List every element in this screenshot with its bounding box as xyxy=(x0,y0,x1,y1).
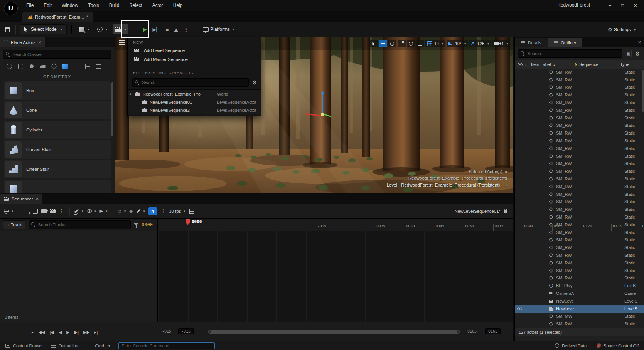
pin-column-icon[interactable]: ↓ xyxy=(525,62,531,66)
fps-dropdown[interactable]: 30 fps xyxy=(169,209,185,214)
outliner-row[interactable]: SM_RW Static xyxy=(515,122,644,130)
content-drawer-button[interactable]: Content Drawer xyxy=(5,343,43,348)
outliner-search-input[interactable] xyxy=(518,49,622,58)
outliner-row[interactable]: SM_RW Static xyxy=(515,213,644,221)
close-icon[interactable] xyxy=(634,2,637,8)
place-actors-tab[interactable]: Place Actors xyxy=(0,37,45,47)
misc-category-icon[interactable] xyxy=(94,62,103,71)
outliner-row[interactable]: SM_RW Static xyxy=(515,198,644,206)
cinematic-search-input[interactable] xyxy=(132,78,249,87)
tab-outliner[interactable]: Outliner xyxy=(548,38,582,47)
outliner-row[interactable]: SM_RW Static xyxy=(515,190,644,198)
keyframe-options-dropdown[interactable] xyxy=(118,209,126,214)
scale-snap-control[interactable]: ↗ 0.25 xyxy=(469,40,491,47)
splitter-handle[interactable] xyxy=(157,219,158,322)
view-options-dropdown[interactable] xyxy=(87,209,96,213)
visibility-eye-icon[interactable] xyxy=(517,307,522,310)
expander-caret-icon[interactable] xyxy=(130,92,131,96)
create-camera-icon[interactable] xyxy=(41,209,47,213)
gizmo-y-axis[interactable] xyxy=(324,114,331,117)
select-tool-icon[interactable] xyxy=(370,40,378,47)
step-forward-button[interactable]: ▶| xyxy=(73,329,80,336)
placeable-item-partial[interactable] xyxy=(4,180,111,193)
asset-tab[interactable]: RedwoodForest_Exam... * xyxy=(22,12,93,22)
browse-sequence-icon[interactable] xyxy=(33,209,38,214)
outliner-row[interactable]: NewLeve LevelS xyxy=(515,297,644,305)
transform-gizmo[interactable] xyxy=(310,93,337,120)
outliner-row[interactable]: SM_RW Static xyxy=(515,251,644,259)
outliner-row[interactable]: SM_RW Static xyxy=(515,99,644,106)
menu-item[interactable]: Build xyxy=(109,3,120,8)
menu-item[interactable]: File xyxy=(26,3,34,8)
sequence-column[interactable]: Sequence xyxy=(575,62,620,67)
auto-key-toggle[interactable] xyxy=(129,209,133,214)
menu-item[interactable]: Add Level Sequence xyxy=(128,46,261,55)
placeable-item[interactable]: Cone xyxy=(4,101,111,119)
tab-details[interactable]: Details xyxy=(515,38,548,47)
play-forward-button[interactable]: ▶ xyxy=(65,329,71,336)
working-range-end-field[interactable]: 0165 xyxy=(485,328,501,334)
outliner-row[interactable]: SM_RW_ Static xyxy=(515,320,644,328)
placeable-item[interactable]: Curved Stair xyxy=(4,140,111,159)
snap-options-kebab-icon[interactable] xyxy=(160,208,165,214)
outliner-row[interactable]: SM_RW Static xyxy=(515,221,644,229)
placeable-item[interactable]: Linear Stair xyxy=(4,160,111,178)
outliner-row[interactable]: SM_RW Static xyxy=(515,106,644,114)
menu-item[interactable]: Actor xyxy=(152,3,163,8)
jump-to-start-button[interactable]: ◀◀ xyxy=(37,329,47,336)
menu-item[interactable]: Window xyxy=(62,3,78,8)
browse-icon[interactable]: ▣ xyxy=(625,50,632,57)
item-label-column[interactable]: Item Label xyxy=(531,62,575,67)
actions-dropdown[interactable] xyxy=(74,209,84,213)
shapes-category-icon[interactable] xyxy=(61,62,70,71)
quick-add-button[interactable] xyxy=(76,24,92,34)
cinematic-tree-row[interactable]: NewLevelSequence01 LevelSequenceActor xyxy=(128,98,261,106)
play-options-kebab-icon[interactable] xyxy=(181,27,191,32)
scale-tool-icon[interactable] xyxy=(398,40,406,47)
go-to-end-button[interactable]: ▸| xyxy=(93,329,99,336)
save-icon[interactable] xyxy=(5,27,10,32)
current-level-indicator[interactable]: Level RedwoodForest_Example_Procedural (… xyxy=(387,182,507,189)
rotate-tool-icon[interactable] xyxy=(388,40,396,47)
rotation-snap-control[interactable]: 10° xyxy=(447,40,468,47)
cinematic-tree-row[interactable]: RedwoodForest_Example_Pro World xyxy=(128,90,261,98)
platforms-dropdown[interactable]: Platforms xyxy=(201,24,237,34)
viewport-options-icon[interactable] xyxy=(119,40,125,45)
outliner-settings-icon[interactable] xyxy=(634,50,641,57)
outliner-row[interactable]: SM_RW Static xyxy=(515,229,644,236)
outliner-row[interactable]: SM_RW Static xyxy=(515,152,644,160)
visual-effects-category-icon[interactable] xyxy=(49,62,59,71)
blueprints-button[interactable] xyxy=(95,24,110,34)
gear-icon[interactable] xyxy=(252,79,257,86)
sequencer-tab[interactable]: Sequencer xyxy=(0,194,42,204)
close-panel-icon[interactable] xyxy=(638,39,641,45)
source-control-button[interactable]: Source Control Off xyxy=(597,343,639,348)
timeline-area[interactable] xyxy=(157,231,513,322)
track-list-area[interactable] xyxy=(0,231,157,322)
outliner-row[interactable]: SM_RW Static xyxy=(515,205,644,213)
settings-dropdown[interactable]: Settings xyxy=(605,25,638,35)
world-options-dropdown[interactable] xyxy=(4,209,13,214)
timeline-ruler[interactable]: -015 0015 0030 0045 0060 xyxy=(157,219,513,231)
jump-to-end-button[interactable]: ▶▶ xyxy=(82,329,91,336)
lights-category-icon[interactable] xyxy=(27,62,36,71)
play-reverse-button[interactable]: ◀ xyxy=(57,329,63,336)
cinematic-category-icon[interactable] xyxy=(38,62,47,71)
eject-button[interactable] xyxy=(172,27,180,32)
select-mode-dropdown[interactable]: Select Mode xyxy=(20,24,67,34)
maximize-icon[interactable] xyxy=(621,3,624,8)
toolbar-kebab-icon[interactable] xyxy=(59,208,64,214)
menu-item[interactable]: Add Master Sequence xyxy=(128,55,261,64)
outliner-row[interactable]: SM_RW Static xyxy=(515,236,644,244)
outliner-row[interactable]: SM_RW Static xyxy=(515,114,644,122)
render-movie-icon[interactable] xyxy=(50,209,56,213)
recently-placed-icon[interactable] xyxy=(5,62,14,71)
step-backward-button[interactable]: |◀ xyxy=(48,329,55,336)
frame-skip-button[interactable]: ▶▏ xyxy=(150,27,163,32)
scrollbar-thumb[interactable] xyxy=(642,70,644,112)
outliner-row[interactable]: NewLeve LevelS xyxy=(515,305,644,313)
outliner-row[interactable]: SM_RW Static xyxy=(515,244,644,251)
world-space-icon[interactable] xyxy=(407,40,415,47)
playback-options-dropdown[interactable] xyxy=(100,209,108,214)
outliner-row[interactable]: SM_RW Static xyxy=(515,129,644,137)
